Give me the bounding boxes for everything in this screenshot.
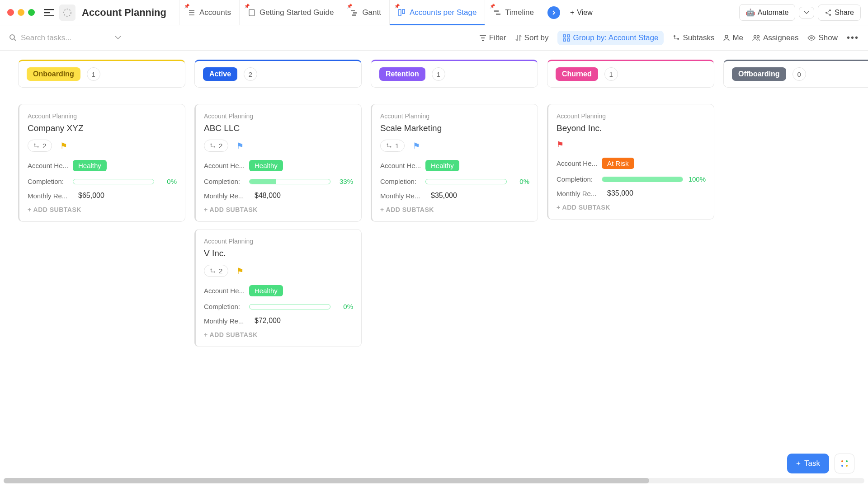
revenue-value: $48,000 xyxy=(255,192,281,200)
add-subtask-button[interactable]: + ADD SUBTASK xyxy=(380,206,529,213)
priority-flag-icon[interactable]: ⚑ xyxy=(236,141,244,151)
eye-icon xyxy=(807,35,816,41)
progress-wrap: 33% xyxy=(249,178,353,185)
column-count: 1 xyxy=(604,67,618,81)
progress-bar xyxy=(425,179,507,184)
svg-point-21 xyxy=(757,35,760,37)
svg-point-30 xyxy=(390,146,392,147)
new-task-button[interactable]: + Task xyxy=(787,454,829,473)
scrollbar-thumb[interactable] xyxy=(4,478,649,483)
add-subtask-button[interactable]: + ADD SUBTASK xyxy=(204,206,353,213)
revenue-row: Monthly Re...$35,000 xyxy=(380,192,529,200)
priority-flag-icon[interactable]: ⚑ xyxy=(413,141,420,151)
automate-button[interactable]: 🤖 Automate xyxy=(739,4,795,21)
column-header[interactable]: Churned1 xyxy=(547,60,714,88)
apps-button[interactable] xyxy=(835,454,854,473)
health-badge: At Risk xyxy=(602,158,634,169)
svg-rect-7 xyxy=(494,10,499,12)
more-menu[interactable]: ••• xyxy=(847,33,859,43)
task-card[interactable]: Account PlanningScale Marketing1⚑Account… xyxy=(371,104,538,222)
column-header[interactable]: Offboarding0 xyxy=(723,60,868,88)
tab-getting-started[interactable]: 📌 Getting Started Guide xyxy=(239,0,342,25)
column-header[interactable]: Active2 xyxy=(194,60,362,88)
svg-point-10 xyxy=(826,12,827,14)
add-subtask-button[interactable]: + ADD SUBTASK xyxy=(557,204,706,211)
search-wrap xyxy=(9,33,136,42)
completion-row: Completion:100% xyxy=(557,175,706,183)
stage-badge: Retention xyxy=(379,67,425,81)
tab-label: Timeline xyxy=(505,8,534,17)
field-label: Monthly Re... xyxy=(380,192,425,200)
tab-accounts-per-stage[interactable]: 📌 Accounts per Stage xyxy=(389,0,485,25)
column-header[interactable]: Onboarding1 xyxy=(18,60,185,88)
field-label: Account He... xyxy=(204,287,249,295)
close-window-icon[interactable] xyxy=(7,9,14,16)
priority-flag-icon[interactable]: ⚑ xyxy=(60,141,67,151)
add-subtask-button[interactable]: + ADD SUBTASK xyxy=(28,206,177,213)
tab-timeline[interactable]: 📌 Timeline xyxy=(485,0,542,25)
column-active-c: Active2Account PlanningABC LLC2⚑Account … xyxy=(194,60,362,452)
group-by-button[interactable]: Group by: Account Stage xyxy=(557,31,664,45)
maximize-window-icon[interactable] xyxy=(28,9,35,16)
subtasks-button[interactable]: Subtasks xyxy=(673,33,714,42)
show-button[interactable]: Show xyxy=(807,33,838,42)
subtask-count-chip[interactable]: 2 xyxy=(204,140,228,152)
revenue-value: $65,000 xyxy=(78,192,104,200)
search-input[interactable] xyxy=(21,33,93,42)
revenue-row: Monthly Re...$72,000 xyxy=(204,317,353,325)
svg-rect-2 xyxy=(351,10,355,11)
subtask-count-chip[interactable]: 2 xyxy=(204,265,228,277)
subtasks-icon xyxy=(673,34,680,42)
toolbar: Filter Sort by Group by: Account Stage S… xyxy=(0,25,868,51)
progress-percent: 0% xyxy=(511,178,529,185)
card-title: V Inc. xyxy=(204,248,353,258)
revenue-value: $72,000 xyxy=(255,317,281,325)
minimize-window-icon[interactable] xyxy=(18,9,24,16)
svg-rect-16 xyxy=(567,39,570,41)
label: Assignees xyxy=(763,33,798,42)
priority-flag-icon[interactable]: ⚑ xyxy=(557,140,564,150)
next-views-button[interactable] xyxy=(547,6,560,19)
svg-point-19 xyxy=(725,35,728,38)
progress-bar xyxy=(249,179,330,184)
add-subtask-button[interactable]: + ADD SUBTASK xyxy=(204,331,353,338)
filter-button[interactable]: Filter xyxy=(479,33,506,42)
tab-gantt[interactable]: 📌 Gantt xyxy=(342,0,389,25)
tab-accounts[interactable]: 📌 Accounts xyxy=(179,0,239,25)
revenue-value: $35,000 xyxy=(607,189,633,197)
task-card[interactable]: Account PlanningBeyond Inc.⚑Account He..… xyxy=(547,104,714,220)
revenue-row: Monthly Re...$35,000 xyxy=(557,189,706,197)
svg-point-34 xyxy=(846,465,848,467)
card-breadcrumb: Account Planning xyxy=(557,112,706,120)
subtask-count-chip[interactable]: 1 xyxy=(380,140,405,152)
share-button[interactable]: Share xyxy=(818,5,861,21)
label: Me xyxy=(732,33,743,42)
button-label: Automate xyxy=(758,9,788,17)
priority-flag-icon[interactable]: ⚑ xyxy=(236,266,244,276)
svg-point-11 xyxy=(829,14,831,16)
column-onboarding: Onboarding1Account PlanningCompany XYZ2⚑… xyxy=(18,60,185,452)
add-view-button[interactable]: + View xyxy=(564,5,599,20)
space-icon[interactable] xyxy=(59,5,75,21)
chevron-down-icon[interactable] xyxy=(115,36,121,40)
pin-icon: 📌 xyxy=(490,4,495,9)
svg-rect-15 xyxy=(567,35,570,37)
task-card[interactable]: Account PlanningV Inc.2⚑Account He...Hea… xyxy=(194,229,362,347)
assignees-button[interactable]: Assignees xyxy=(752,33,798,42)
revenue-row: Monthly Re...$65,000 xyxy=(28,192,177,200)
svg-point-26 xyxy=(214,146,215,147)
svg-rect-6 xyxy=(402,9,405,14)
health-row: Account He...Healthy xyxy=(28,160,177,171)
card-breadcrumb: Account Planning xyxy=(204,238,353,245)
menu-icon[interactable] xyxy=(44,9,54,16)
svg-point-17 xyxy=(674,35,675,37)
task-card[interactable]: Account PlanningCompany XYZ2⚑Account He.… xyxy=(18,104,185,222)
automate-dropdown[interactable] xyxy=(799,7,814,19)
column-header[interactable]: Retention1 xyxy=(371,60,538,88)
horizontal-scrollbar[interactable] xyxy=(4,478,864,483)
task-card[interactable]: Account PlanningABC LLC2⚑Account He...He… xyxy=(194,104,362,222)
sort-button[interactable]: Sort by xyxy=(515,33,549,42)
tab-label: Accounts per Stage xyxy=(410,8,476,17)
subtask-count-chip[interactable]: 2 xyxy=(28,140,52,152)
me-button[interactable]: Me xyxy=(723,33,743,42)
